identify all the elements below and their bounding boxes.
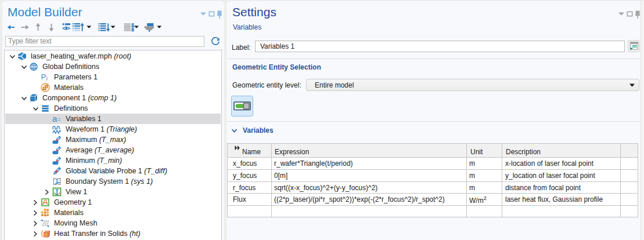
svg-text:i: i: [46, 75, 48, 82]
svg-text:=: =: [57, 116, 61, 123]
svg-text:P: P: [41, 72, 46, 81]
